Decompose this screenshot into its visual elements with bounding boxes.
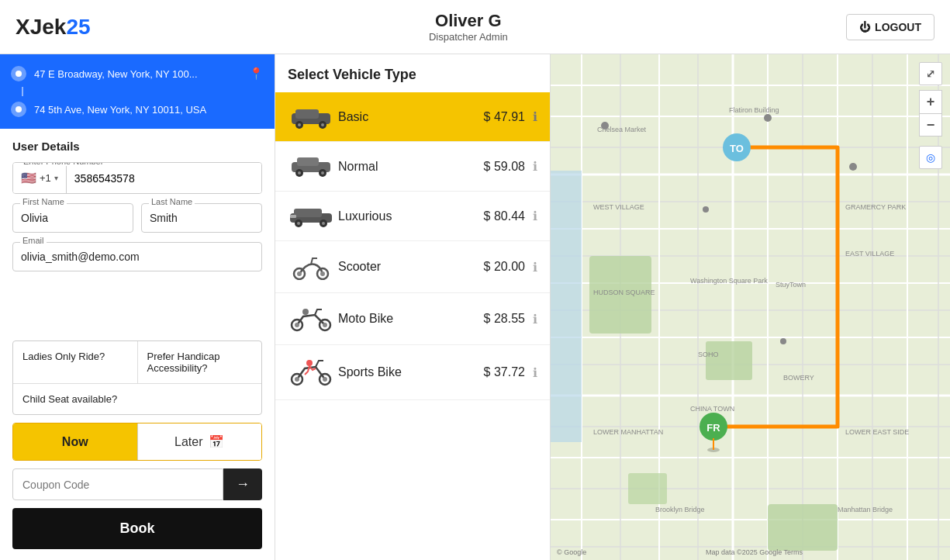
logout-button[interactable]: ⏻ LOGOUT — [846, 14, 934, 40]
svg-text:Flatiron Building: Flatiron Building — [729, 106, 779, 114]
svg-point-22 — [320, 271, 325, 276]
vehicle-item-basic[interactable]: Basic $ 47.91 ℹ — [275, 92, 550, 142]
svg-rect-64 — [768, 504, 838, 551]
child-seat-option[interactable]: Child Seat available? — [13, 384, 261, 414]
last-name-input[interactable] — [141, 203, 262, 233]
svg-point-92 — [703, 206, 709, 213]
user-details-title: User Details — [12, 140, 262, 153]
svg-text:Manhattan Bridge: Manhattan Bridge — [838, 506, 893, 513]
vehicle-icon-luxurious — [288, 201, 338, 231]
logout-label: LOGOUT — [875, 21, 921, 33]
svg-point-31 — [295, 377, 299, 382]
svg-rect-63 — [706, 341, 752, 380]
info-icon-scooter[interactable]: ℹ — [533, 260, 537, 275]
svg-rect-66 — [551, 171, 582, 442]
header-center: Oliver G Dispatcher Admin — [429, 11, 508, 43]
options-grid: Ladies Only Ride? Prefer Handicap Access… — [12, 340, 262, 415]
vehicle-item-normal[interactable]: Normal $ 59.08 ℹ — [275, 142, 550, 192]
expand-map-button[interactable]: ⤢ — [919, 62, 942, 85]
logo: XJek25 — [16, 15, 91, 40]
phone-input[interactable] — [67, 163, 261, 193]
vehicle-name-luxurious: Luxurious — [338, 209, 484, 223]
info-icon-sports-bike[interactable]: ℹ — [533, 365, 537, 380]
svg-text:CHINA TOWN: CHINA TOWN — [690, 405, 734, 413]
svg-text:EAST VILLAGE: EAST VILLAGE — [845, 250, 894, 258]
svg-point-11 — [321, 171, 324, 175]
info-icon-luxurious[interactable]: ℹ — [533, 209, 537, 223]
svg-text:BOWERY: BOWERY — [783, 374, 814, 382]
vehicle-panel: Select Vehicle Type Basic $ 47.91 — [275, 54, 551, 560]
location-pin-icon[interactable]: 📍 — [249, 67, 264, 81]
from-dot — [11, 66, 26, 81]
email-input[interactable] — [12, 242, 262, 271]
email-group: Email — [12, 242, 262, 271]
svg-text:HUDSON SQUARE: HUDSON SQUARE — [593, 289, 655, 296]
user-role: Dispatcher Admin — [429, 31, 508, 43]
svg-text:Map data ©2025 Google  Terms: Map data ©2025 Google Terms — [706, 548, 803, 556]
svg-point-27 — [323, 323, 327, 327]
vehicle-icon-normal — [288, 151, 338, 181]
vehicle-name-sports-bike: Sports Bike — [338, 365, 484, 379]
svg-point-90 — [764, 114, 772, 122]
time-buttons: Now Later 📅 — [12, 423, 262, 461]
svg-rect-13 — [294, 209, 322, 217]
handicap-option[interactable]: Prefer Handicap Accessibility? — [138, 341, 262, 383]
svg-point-32 — [323, 377, 327, 382]
coupon-apply-button[interactable]: → — [223, 468, 262, 500]
vehicle-icon-basic — [288, 102, 338, 132]
zoom-controls: + − — [919, 90, 942, 137]
vehicle-price-scooter: $ 20.00 — [484, 260, 525, 274]
svg-point-30 — [306, 360, 313, 366]
vehicle-name-basic: Basic — [338, 110, 484, 124]
later-button[interactable]: Later 📅 — [137, 423, 262, 460]
first-name-group: First Name — [12, 203, 133, 233]
coupon-section: → — [0, 461, 275, 508]
svg-point-16 — [297, 222, 300, 225]
book-section: Book — [0, 508, 275, 560]
info-icon-normal[interactable]: ℹ — [533, 159, 537, 174]
svg-point-10 — [298, 171, 301, 175]
phone-row: Enter Phone Number 🇺🇸 +1 ▾ — [12, 162, 262, 194]
svg-point-5 — [321, 123, 324, 126]
calendar-icon: 📅 — [209, 434, 224, 449]
vehicle-icon-scooter — [288, 251, 338, 283]
vehicle-item-moto-bike[interactable]: Moto Bike $ 28.55 ℹ — [275, 293, 550, 345]
chevron-down-icon: ▾ — [54, 174, 58, 182]
vehicle-price-basic: $ 47.91 — [484, 110, 525, 124]
svg-rect-7 — [297, 157, 319, 166]
zoom-in-button[interactable]: + — [919, 90, 942, 113]
vehicle-price-sports-bike: $ 37.72 — [484, 365, 525, 379]
svg-point-93 — [780, 338, 786, 344]
from-address: 47 E Broadway, New York, NY 100... — [34, 68, 241, 80]
vehicle-price-moto-bike: $ 28.55 — [484, 312, 525, 326]
later-label: Later — [174, 435, 202, 449]
svg-text:GRAMERCY PARK: GRAMERCY PARK — [845, 203, 906, 211]
vehicle-item-luxurious[interactable]: Luxurious $ 80.44 ℹ — [275, 192, 550, 241]
main-layout: 47 E Broadway, New York, NY 100... 📍 74 … — [0, 54, 950, 560]
ladies-only-option[interactable]: Ladies Only Ride? — [13, 341, 138, 383]
info-icon-basic[interactable]: ℹ — [533, 109, 537, 124]
vehicle-item-scooter[interactable]: Scooter $ 20.00 ℹ — [275, 241, 550, 293]
zoom-out-button[interactable]: − — [919, 113, 942, 137]
vehicle-name-scooter: Scooter — [338, 260, 484, 274]
header: XJek25 Oliver G Dispatcher Admin ⏻ LOGOU… — [0, 0, 950, 54]
vehicle-name-normal: Normal — [338, 160, 484, 174]
vehicle-title: Select Vehicle Type — [275, 54, 550, 92]
svg-point-21 — [297, 271, 302, 276]
location-button[interactable]: ◎ — [919, 146, 942, 169]
now-button[interactable]: Now — [13, 423, 137, 460]
info-icon-moto-bike[interactable]: ℹ — [533, 312, 537, 327]
vehicle-name-moto-bike: Moto Bike — [338, 312, 484, 326]
country-code: +1 — [40, 172, 51, 184]
phone-label: Enter Phone Number — [21, 162, 105, 166]
first-name-input[interactable] — [12, 203, 133, 233]
svg-rect-65 — [628, 473, 667, 504]
to-dot — [11, 102, 26, 117]
phone-flag-dropdown[interactable]: 🇺🇸 +1 ▾ — [13, 163, 67, 193]
vehicle-item-sports-bike[interactable]: Sports Bike $ 37.72 ℹ — [275, 345, 550, 400]
book-button[interactable]: Book — [12, 508, 262, 549]
coupon-input[interactable] — [12, 468, 223, 500]
us-flag-icon: 🇺🇸 — [21, 171, 36, 185]
from-address-row: 47 E Broadway, New York, NY 100... 📍 — [11, 62, 264, 85]
vehicle-price-normal: $ 59.08 — [484, 160, 525, 174]
